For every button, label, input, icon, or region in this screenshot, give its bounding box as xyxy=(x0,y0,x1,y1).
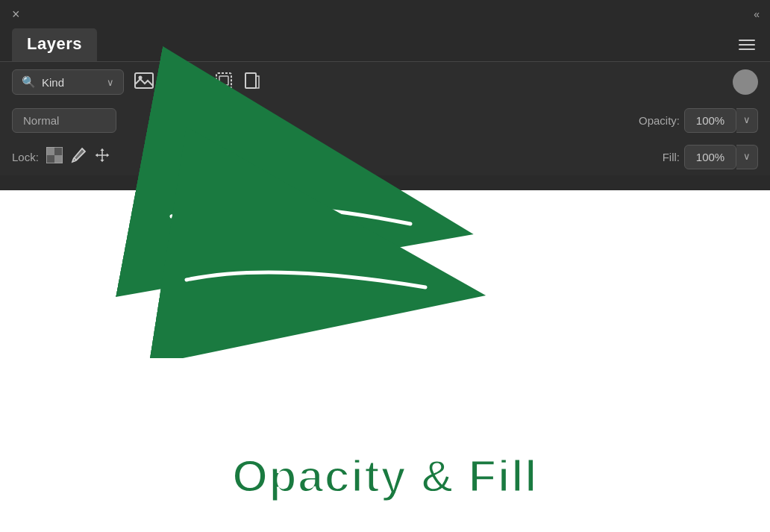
filter-image-icon[interactable] xyxy=(134,72,154,93)
lock-brush-icon[interactable] xyxy=(70,147,87,167)
kind-filter-select[interactable]: 🔍 Kind ∨ xyxy=(12,69,124,95)
svg-rect-8 xyxy=(46,155,54,163)
fill-group: Fill: 100% ∨ xyxy=(663,145,758,169)
lock-move-icon[interactable] xyxy=(94,147,110,167)
svg-rect-6 xyxy=(46,147,54,155)
top-bar: × « xyxy=(0,0,770,25)
svg-rect-5 xyxy=(245,73,256,88)
filter-artboard-icon[interactable] xyxy=(244,72,260,93)
kind-chevron-icon: ∨ xyxy=(107,77,114,88)
filter-adjust-icon[interactable] xyxy=(166,72,182,93)
lock-transparent-icon[interactable] xyxy=(46,147,63,167)
search-icon: 🔍 xyxy=(22,75,36,89)
opacity-value-input[interactable]: 100% xyxy=(684,108,736,133)
svg-rect-7 xyxy=(54,147,63,155)
filter-row: 🔍 Kind ∨ T xyxy=(0,62,770,102)
close-button[interactable]: × xyxy=(12,7,20,21)
filter-toggle-button[interactable] xyxy=(733,69,758,95)
opacity-label: Opacity: xyxy=(639,114,680,127)
filter-shape-icon[interactable] xyxy=(216,72,232,93)
filter-type-icon[interactable]: T xyxy=(194,72,204,92)
lock-row: Lock: xyxy=(0,139,770,175)
filter-icons-group: T xyxy=(134,72,260,93)
svg-rect-9 xyxy=(54,155,63,163)
lock-label: Lock: xyxy=(12,151,39,163)
fill-value-input[interactable]: 100% xyxy=(684,145,736,169)
svg-rect-3 xyxy=(216,73,231,88)
bottom-section: Opacity & Fill xyxy=(0,449,770,502)
opacity-group: Opacity: 100% ∨ xyxy=(639,108,758,133)
panel-menu-button[interactable] xyxy=(739,40,755,50)
layers-tab[interactable]: Layers xyxy=(12,28,97,61)
kind-label: Kind xyxy=(42,76,101,89)
fill-chevron-button[interactable]: ∨ xyxy=(736,145,758,169)
layers-panel: × « Layers 🔍 Kind ∨ xyxy=(0,0,770,190)
opacity-chevron-button[interactable]: ∨ xyxy=(736,108,758,133)
panel-title: Layers xyxy=(27,34,82,53)
svg-rect-4 xyxy=(219,76,228,85)
blend-mode-value: Normal xyxy=(23,114,59,127)
blend-row: Normal Opacity: 100% ∨ xyxy=(0,102,770,139)
panel-header: Layers xyxy=(0,25,770,61)
blend-mode-select[interactable]: Normal xyxy=(12,108,116,133)
fill-label: Fill: xyxy=(663,151,680,163)
bottom-title: Opacity & Fill xyxy=(232,450,538,501)
collapse-button[interactable]: « xyxy=(754,8,758,20)
